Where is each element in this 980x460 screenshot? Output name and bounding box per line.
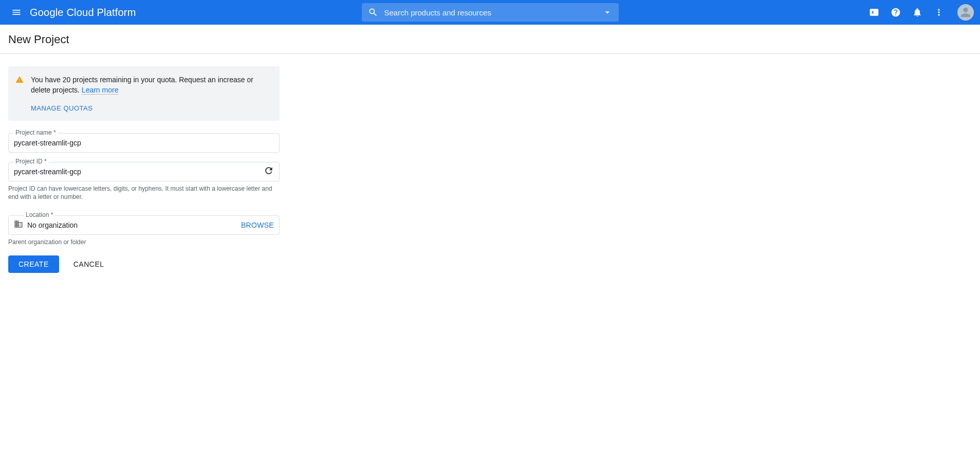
dropdown-icon[interactable]: [602, 7, 613, 17]
notice-message: You have 20 projects remaining in your q…: [31, 76, 253, 94]
project-name-field: Project name *: [8, 133, 280, 153]
project-name-input[interactable]: [14, 139, 274, 147]
browse-button[interactable]: BROWSE: [241, 221, 274, 229]
learn-more-link[interactable]: Learn more: [82, 86, 119, 95]
help-icon: [891, 7, 901, 17]
cloud-shell-icon: [869, 7, 879, 17]
kebab-icon: [934, 7, 944, 17]
hamburger-icon: [11, 7, 22, 17]
notice-text: You have 20 projects remaining in your q…: [31, 75, 269, 95]
location-value: No organization: [27, 221, 241, 229]
help-button[interactable]: [890, 6, 902, 19]
organization-icon: [14, 219, 23, 231]
manage-quotas-link[interactable]: MANAGE QUOTAS: [31, 104, 93, 112]
search-input[interactable]: [384, 8, 602, 17]
create-button[interactable]: CREATE: [8, 255, 59, 273]
notifications-button[interactable]: [911, 6, 923, 19]
page-title: New Project: [8, 33, 972, 46]
project-name-label: Project name *: [13, 129, 58, 136]
gcp-logo[interactable]: Google Cloud Platform: [30, 7, 136, 19]
more-button[interactable]: [933, 6, 945, 19]
bell-icon: [912, 7, 922, 17]
project-id-label: Project ID *: [13, 158, 49, 165]
top-bar: Google Cloud Platform: [0, 0, 980, 25]
location-help: Parent organization or folder: [8, 238, 280, 246]
topbar-right: [868, 4, 974, 21]
account-avatar[interactable]: [957, 4, 974, 21]
refresh-id-button[interactable]: [264, 165, 274, 178]
cloud-shell-button[interactable]: [868, 6, 880, 19]
project-id-box: [8, 162, 280, 181]
location-label: Location *: [24, 211, 55, 218]
search-box[interactable]: [362, 3, 619, 22]
location-field: Location * No organization BROWSE Parent…: [8, 215, 280, 246]
warning-icon: [15, 76, 24, 84]
project-id-field: Project ID * Project ID can have lowerca…: [8, 162, 280, 201]
hamburger-menu-button[interactable]: [6, 2, 27, 23]
refresh-icon: [264, 165, 274, 176]
search-icon: [368, 7, 378, 17]
avatar-icon: [958, 5, 973, 20]
page-header: New Project: [0, 25, 980, 54]
project-id-input[interactable]: [14, 168, 264, 176]
main-content: You have 20 projects remaining in your q…: [0, 54, 288, 285]
cancel-button[interactable]: CANCEL: [67, 255, 110, 273]
action-row: CREATE CANCEL: [8, 255, 280, 273]
quota-notice: You have 20 projects remaining in your q…: [8, 66, 280, 121]
project-id-help: Project ID can have lowercase letters, d…: [8, 185, 280, 201]
